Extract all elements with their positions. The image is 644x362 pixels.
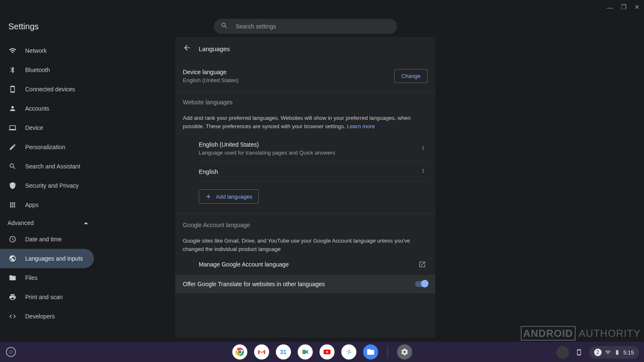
add-languages-button[interactable]: Add languages	[199, 189, 259, 204]
shelf-app-files[interactable]	[363, 344, 378, 359]
page-title: Settings	[8, 22, 39, 31]
shelf-app-gmail[interactable]	[254, 344, 269, 359]
phone-icon	[8, 85, 17, 93]
shelf-app-calendar[interactable]: 31	[276, 344, 291, 359]
sidebar-item-languages-inputs[interactable]: Languages and inputs	[0, 249, 94, 268]
bluetooth-icon	[8, 66, 17, 74]
sidebar-item-label: Personalization	[25, 144, 65, 150]
sidebar-item-label: Security and Privacy	[25, 182, 79, 189]
wifi-icon	[605, 349, 611, 355]
shelf: 31 2 5:15	[0, 342, 644, 362]
sidebar-item-developers[interactable]: Developers	[0, 307, 94, 326]
battery-icon	[614, 349, 620, 355]
edit-icon	[8, 143, 17, 151]
system-tray: 2 5:15	[556, 346, 639, 359]
change-button[interactable]: Change	[394, 69, 428, 83]
manage-label: Manage Google Account language	[199, 261, 289, 268]
language-row: English	[199, 162, 428, 182]
device-language-label: Device language	[183, 69, 239, 75]
plus-icon	[205, 193, 212, 200]
svg-point-0	[238, 350, 242, 354]
sidebar-item-security-privacy[interactable]: Security and Privacy	[0, 176, 94, 195]
language-sublabel: Language used for translating pages and …	[199, 150, 335, 156]
sidebar-item-label: Device	[25, 124, 43, 131]
launcher-button[interactable]	[6, 347, 16, 357]
shelf-app-youtube[interactable]	[319, 344, 335, 359]
sidebar: Network Bluetooth Connected devices Acco…	[0, 41, 96, 338]
shelf-separator	[387, 346, 388, 357]
sidebar-item-label: Date and time	[25, 236, 62, 243]
sidebar-item-label: Bluetooth	[25, 67, 50, 73]
sidebar-item-search-assistant[interactable]: Search and Assistant	[0, 157, 94, 176]
shield-icon	[8, 182, 17, 189]
sidebar-item-label: Files	[25, 274, 38, 281]
shelf-app-chrome[interactable]	[232, 344, 247, 359]
more-options-button[interactable]	[420, 168, 428, 176]
clock-icon	[8, 235, 17, 243]
sidebar-item-print-scan[interactable]: Print and scan	[0, 287, 94, 307]
device-language-section: Device language English (United States) …	[175, 61, 435, 91]
external-link-icon	[418, 261, 426, 268]
search-input[interactable]	[236, 23, 390, 30]
sidebar-section-label: Advanced	[8, 220, 34, 226]
sidebar-item-bluetooth[interactable]: Bluetooth	[0, 60, 94, 80]
language-name: English (United States)	[199, 141, 335, 148]
content-title: Languages	[199, 45, 230, 52]
content-pane: Languages Device language English (Unite…	[175, 37, 435, 338]
sidebar-item-connected-devices[interactable]: Connected devices	[0, 80, 94, 99]
status-tray[interactable]: 2 5:15	[589, 346, 639, 359]
search-icon	[8, 163, 17, 170]
section-description: Google sites like Gmail, Drive, and YouT…	[183, 237, 428, 253]
language-row: English (United States) Language used fo…	[199, 135, 428, 162]
sidebar-item-label: Apps	[25, 202, 39, 208]
more-options-button[interactable]	[420, 145, 428, 153]
user-avatar[interactable]	[556, 346, 569, 359]
code-icon	[8, 313, 17, 320]
chevron-up-icon	[84, 222, 88, 224]
translate-label: Offer Google Translate for websites in o…	[183, 281, 325, 287]
website-languages-section: Website languages Add and rank your pref…	[175, 91, 435, 214]
google-account-section: Google Account language Google sites lik…	[175, 214, 435, 275]
sidebar-item-label: Accounts	[25, 105, 49, 112]
sidebar-item-personalization[interactable]: Personalization	[0, 137, 94, 157]
sidebar-item-label: Search and Assistant	[25, 163, 80, 170]
sidebar-item-label: Network	[25, 47, 47, 54]
sidebar-item-network[interactable]: Network	[0, 41, 94, 60]
section-title: Google Account language	[183, 222, 428, 228]
sidebar-item-label: Developers	[25, 313, 55, 320]
sidebar-section-advanced[interactable]: Advanced	[0, 215, 96, 230]
sidebar-item-label: Languages and inputs	[25, 255, 83, 262]
language-name: English	[199, 168, 218, 175]
translate-toggle[interactable]	[415, 281, 428, 287]
shelf-app-settings[interactable]	[397, 344, 412, 359]
shelf-apps: 31	[232, 344, 412, 359]
laptop-icon	[8, 124, 17, 132]
sidebar-item-label: Print and scan	[25, 294, 63, 300]
header: Settings	[0, 0, 644, 37]
folder-icon	[8, 274, 17, 282]
sidebar-item-apps[interactable]: Apps	[0, 195, 94, 215]
sidebar-item-date-time[interactable]: Date and time	[0, 230, 94, 249]
sidebar-item-device[interactable]: Device	[0, 118, 94, 137]
learn-more-link[interactable]: Learn more	[347, 123, 374, 129]
back-button[interactable]	[183, 44, 191, 54]
google-translate-row: Offer Google Translate for websites in o…	[175, 275, 435, 293]
shelf-app-photos[interactable]	[341, 344, 356, 359]
person-icon	[8, 105, 17, 112]
section-title: Website languages	[183, 99, 428, 106]
sidebar-item-files[interactable]: Files	[0, 268, 94, 287]
shelf-app-meet[interactable]	[298, 344, 313, 359]
manage-google-account-row[interactable]: Manage Google Account language	[183, 253, 428, 275]
notification-count: 2	[594, 349, 602, 356]
wifi-icon	[8, 47, 17, 54]
watermark: ANDROID AUTHORITY	[521, 328, 641, 339]
search-box[interactable]	[214, 19, 397, 34]
clock: 5:15	[623, 349, 634, 356]
printer-icon	[8, 293, 17, 301]
apps-icon	[8, 201, 17, 209]
phone-hub-button[interactable]	[573, 346, 585, 358]
section-description: Add and rank your preferred languages. W…	[183, 114, 428, 130]
device-language-value: English (United States)	[183, 77, 239, 83]
search-icon	[221, 22, 228, 31]
sidebar-item-accounts[interactable]: Accounts	[0, 99, 94, 118]
